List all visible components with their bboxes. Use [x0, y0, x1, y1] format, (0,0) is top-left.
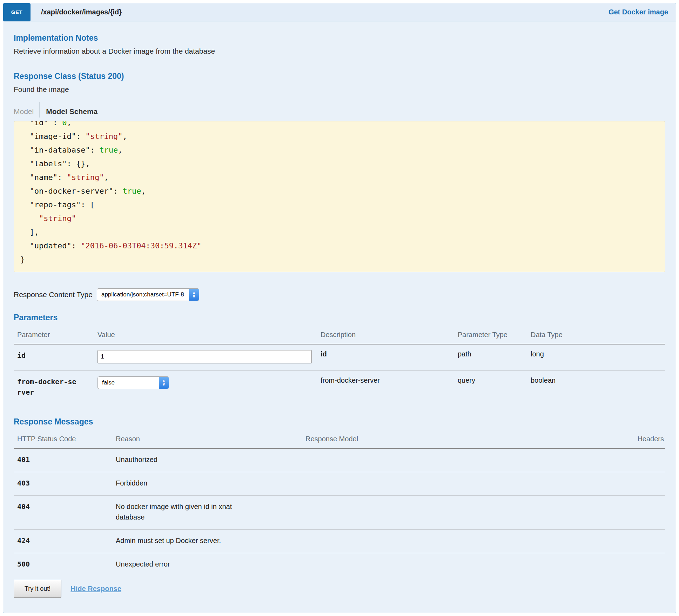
col-data-type: Data Type	[527, 331, 665, 339]
hide-response-link[interactable]: Hide Response	[70, 585, 121, 593]
operation-header[interactable]: GET /xapi/docker/images/{id} Get Docker …	[3, 3, 676, 21]
headers-cell	[620, 535, 665, 546]
reason-text: Forbidden	[112, 478, 260, 488]
parameter-value-cell	[94, 350, 317, 363]
from-docker-server-select[interactable]: false∧∨	[98, 376, 169, 389]
schema-code-line: "string"	[20, 212, 659, 225]
col-description: Description	[317, 331, 454, 339]
parameter-value-cell: false∧∨	[94, 376, 317, 397]
col-value: Value	[94, 331, 317, 339]
tab-divider	[39, 102, 40, 118]
headers-cell	[620, 454, 665, 465]
schema-code-line: "on-docker-server": true,	[20, 184, 659, 198]
http-status-code: 404	[14, 501, 77, 522]
response-message-row: 403Forbidden	[14, 472, 665, 495]
response-messages-table: HTTP Status Code Reason Response Model H…	[14, 431, 665, 576]
schema-code-line: ],	[20, 225, 659, 239]
parameter-type: query	[454, 376, 527, 397]
response-class-subtitle: Found the image	[14, 85, 665, 94]
select-up-down-icon: ∧∨	[159, 377, 169, 389]
schema-code-line: "repo-tags": [	[20, 198, 659, 212]
implementation-notes-text: Retrieve information about a Docker imag…	[14, 47, 665, 55]
col-response-model: Response Model	[302, 435, 620, 443]
response-model-cell	[302, 501, 620, 522]
reason-text: Admin must set up Docker server.	[112, 535, 260, 546]
model-tabs: Model Model Schema	[14, 106, 665, 118]
parameters-table-header: Parameter Value Description Parameter Ty…	[14, 327, 665, 344]
headers-cell	[620, 559, 665, 569]
parameter-data-type: long	[527, 350, 665, 363]
response-class-heading: Response Class (Status 200)	[14, 72, 665, 81]
headers-cell	[620, 478, 665, 488]
tab-model[interactable]: Model	[14, 107, 34, 116]
col-parameter-type: Parameter Type	[454, 331, 527, 339]
reason-text: Unexpected error	[112, 559, 260, 569]
response-messages-table-header: HTTP Status Code Reason Response Model H…	[14, 431, 665, 449]
from-docker-server-select-value: false	[98, 377, 159, 389]
schema-code-line: "in-database": true,	[20, 143, 659, 157]
response-message-row: 424Admin must set up Docker server.	[14, 529, 665, 553]
schema-code-line: "name": "string",	[20, 170, 659, 184]
http-status-code: 401	[14, 454, 77, 465]
response-message-row: 401Unauthorized	[14, 449, 665, 472]
tab-model-schema[interactable]: Model Schema	[46, 107, 98, 116]
operation-content: Implementation Notes Retrieve informatio…	[3, 21, 676, 604]
col-reason: Reason	[112, 435, 302, 443]
parameter-name: id	[14, 350, 77, 363]
schema-code-line: "updated": "2016-06-03T04:30:59.314Z"	[20, 239, 659, 253]
headers-cell	[620, 501, 665, 522]
response-model-cell	[302, 478, 620, 488]
schema-code-line: "labels": {},	[20, 157, 659, 170]
schema-code-line: }	[20, 253, 659, 266]
schema-code-line: "image-id": "string",	[20, 129, 659, 143]
response-messages-heading: Response Messages	[14, 417, 665, 427]
response-model-cell	[302, 454, 620, 465]
parameter-data-type: boolean	[527, 376, 665, 397]
response-content-type-row: Response Content Type application/json;c…	[14, 288, 665, 301]
operation-footer: Try it out! Hide Response	[14, 580, 665, 598]
response-model-cell	[302, 535, 620, 546]
col-parameter: Parameter	[14, 331, 94, 339]
schema-code-line: "id" : 0,	[20, 121, 659, 129]
http-status-code: 403	[14, 478, 77, 488]
reason-text: Unauthorized	[112, 454, 260, 465]
response-content-type-select[interactable]: application/json;charset=UTF-8 ∧∨	[97, 288, 199, 301]
http-status-code: 424	[14, 535, 77, 546]
get-method-button[interactable]: GET	[3, 3, 31, 21]
parameter-description: from-docker-server	[317, 376, 454, 397]
http-status-code: 500	[14, 559, 77, 569]
response-message-row: 404No docker image with given id in xnat…	[14, 495, 665, 529]
response-content-type-label: Response Content Type	[14, 290, 93, 299]
response-model-cell	[302, 559, 620, 569]
parameter-row: ididpathlong	[14, 344, 665, 370]
select-up-down-icon: ∧∨	[189, 289, 199, 301]
try-it-out-button[interactable]: Try it out!	[14, 580, 61, 598]
schema-code: "id" : 0, "image-id": "string", "in-data…	[20, 121, 659, 266]
swagger-operation-panel: GET /xapi/docker/images/{id} Get Docker …	[3, 3, 676, 613]
operation-summary-link[interactable]: Get Docker image	[609, 8, 668, 16]
parameter-name: from-docker-server	[14, 376, 77, 397]
model-schema-snippet[interactable]: "id" : 0, "image-id": "string", "in-data…	[14, 121, 665, 272]
parameter-row: from-docker-serverfalse∧∨from-docker-ser…	[14, 370, 665, 404]
col-http-status-code: HTTP Status Code	[14, 435, 112, 443]
response-message-row: 500Unexpected error	[14, 553, 665, 576]
col-headers: Headers	[620, 435, 665, 443]
parameter-type: path	[454, 350, 527, 363]
reason-text: No docker image with given id in xnat da…	[112, 501, 260, 522]
parameters-table: Parameter Value Description Parameter Ty…	[14, 327, 665, 404]
parameter-description: id	[317, 350, 454, 363]
id-value-input[interactable]	[98, 350, 312, 363]
parameters-heading: Parameters	[14, 313, 665, 322]
implementation-notes-heading: Implementation Notes	[14, 33, 665, 43]
response-content-type-value: application/json;charset=UTF-8	[97, 289, 189, 301]
endpoint-path[interactable]: /xapi/docker/images/{id}	[41, 8, 609, 16]
